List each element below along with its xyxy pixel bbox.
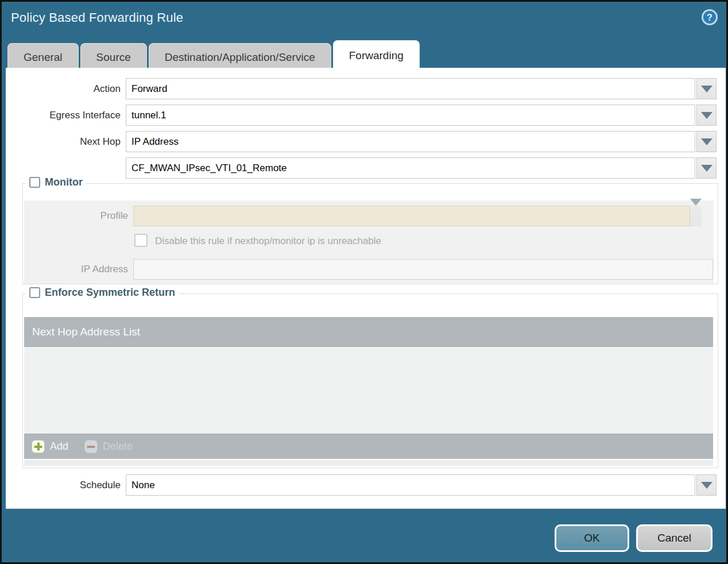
next-hop-address-list-body[interactable] <box>24 347 713 434</box>
delete-button[interactable]: Delete <box>84 440 133 453</box>
profile-dropdown-button <box>690 206 702 226</box>
monitor-legend: Monitor <box>26 176 86 188</box>
next-hop-label: Next Hop <box>6 131 121 152</box>
next-hop-address-list-table: Next Hop Address List Add <box>24 317 713 459</box>
next-hop-address-select[interactable]: CF_MWAN_IPsec_VTI_01_Remote <box>126 157 695 179</box>
enforce-symmetric-return-legend: Enforce Symmetric Return <box>26 287 179 299</box>
chevron-down-icon <box>701 86 712 92</box>
schedule-select[interactable]: None <box>126 474 695 496</box>
minus-icon <box>84 440 98 453</box>
egress-interface-select[interactable]: tunnel.1 <box>126 105 695 126</box>
next-hop-address-list-toolbar: Add Delete <box>24 434 713 459</box>
chevron-down-icon <box>690 199 702 215</box>
action-row: Action Forward <box>6 78 717 99</box>
next-hop-address-label <box>6 157 121 179</box>
tab-general[interactable]: General <box>7 43 79 71</box>
egress-interface-row: Egress Interface tunnel.1 <box>6 105 717 126</box>
schedule-label: Schedule <box>6 474 121 496</box>
chevron-down-icon <box>701 482 712 489</box>
next-hop-type-dropdown-button[interactable] <box>696 131 717 152</box>
egress-interface-dropdown-button[interactable] <box>696 105 717 126</box>
profile-row: Profile <box>24 206 714 226</box>
tab-destination-application-service[interactable]: Destination/Application/Service <box>149 43 331 71</box>
monitor-panel: Profile Disable this rule if nexthop/mon… <box>24 200 714 284</box>
policy-based-forwarding-dialog: Policy Based Forwarding Rule ? General S… <box>0 0 728 564</box>
plus-icon <box>32 440 45 453</box>
monitor-checkbox[interactable] <box>29 177 40 188</box>
action-select[interactable]: Forward <box>126 78 695 99</box>
dialog-title: Policy Based Forwarding Rule <box>11 10 183 25</box>
chevron-down-icon <box>701 112 712 119</box>
tab-bar: General Source Destination/Application/S… <box>7 40 420 71</box>
chevron-down-icon <box>701 165 712 172</box>
schedule-dropdown-button[interactable] <box>696 474 717 496</box>
cancel-button[interactable]: Cancel <box>636 524 712 552</box>
enforce-symmetric-return-title: Enforce Symmetric Return <box>45 287 175 299</box>
tab-forwarding[interactable]: Forwarding <box>333 40 420 71</box>
schedule-row: Schedule None <box>6 474 717 496</box>
next-hop-address-dropdown-button[interactable] <box>696 157 717 179</box>
delete-button-label: Delete <box>103 441 133 453</box>
next-hop-address-row: CF_MWAN_IPsec_VTI_01_Remote <box>6 157 717 179</box>
help-question-icon: ? <box>700 8 719 26</box>
forwarding-tab-panel: Action Forward Egress Interface tunnel.1… <box>6 68 726 509</box>
profile-label: Profile <box>24 206 133 226</box>
chevron-down-icon <box>701 138 712 145</box>
monitor-ip-address-label: IP Address <box>24 259 133 280</box>
monitor-section: Monitor Profile Disable this rule if nex… <box>22 183 718 284</box>
disable-rule-row: Disable this rule if nexthop/monitor ip … <box>24 234 714 249</box>
spacer <box>24 234 134 249</box>
monitor-title: Monitor <box>45 176 83 188</box>
tab-source[interactable]: Source <box>80 43 147 71</box>
table-scrollbar-track[interactable] <box>24 460 713 466</box>
egress-interface-label: Egress Interface <box>6 105 121 126</box>
add-button[interactable]: Add <box>32 440 68 453</box>
enforce-symmetric-return-section: Enforce Symmetric Return Next Hop Addres… <box>22 293 718 468</box>
ok-button[interactable]: OK <box>555 524 629 552</box>
action-label: Action <box>6 78 121 99</box>
disable-rule-label: Disable this rule if nexthop/monitor ip … <box>155 234 381 249</box>
add-button-label: Add <box>50 441 68 453</box>
svg-text:?: ? <box>707 13 712 22</box>
next-hop-type-select[interactable]: IP Address <box>126 131 695 152</box>
disable-rule-checkbox <box>134 234 148 247</box>
help-button[interactable]: ? <box>700 8 719 26</box>
next-hop-address-list-header: Next Hop Address List <box>24 317 713 347</box>
monitor-ip-address-input <box>133 259 713 280</box>
action-dropdown-button[interactable] <box>696 78 717 99</box>
profile-select <box>133 206 690 226</box>
enforce-symmetric-return-checkbox[interactable] <box>29 287 40 298</box>
monitor-ip-address-row: IP Address <box>24 259 714 280</box>
next-hop-row: Next Hop IP Address <box>6 131 717 152</box>
